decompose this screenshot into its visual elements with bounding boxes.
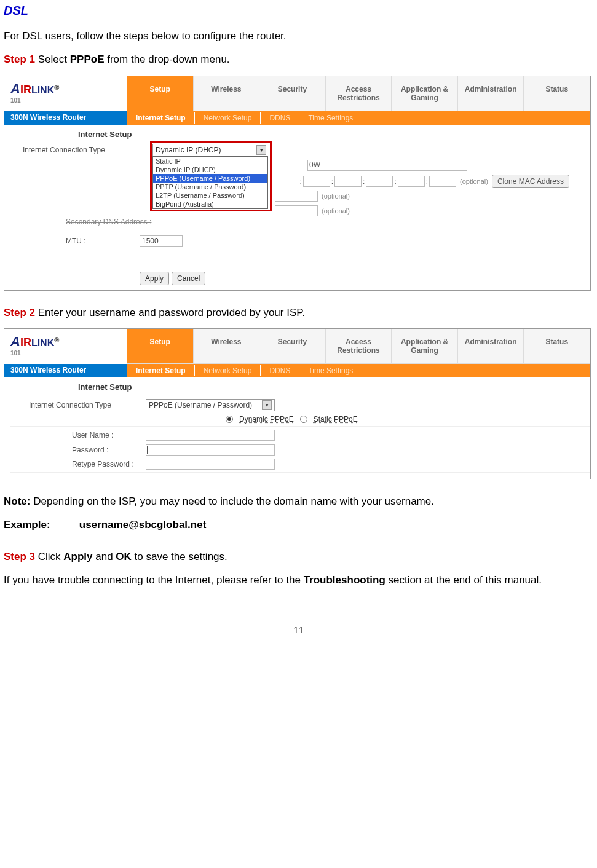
step1-text-a: Select	[35, 53, 70, 65]
page-number: 11	[4, 625, 593, 635]
step1-label: Step 1	[4, 53, 35, 65]
tab-admin[interactable]: Administration	[458, 329, 524, 363]
tab-wireless[interactable]: Wireless	[194, 76, 260, 111]
tab-access[interactable]: Access Restrictions	[326, 76, 392, 111]
tab-status[interactable]: Status	[524, 329, 590, 363]
opt-static[interactable]: Static IP	[153, 157, 267, 165]
opt-l2tp[interactable]: L2TP (Username / Password)	[153, 191, 267, 200]
password-input[interactable]: |	[146, 444, 275, 456]
step1-tail: from the drop-down menu.	[104, 53, 229, 65]
step3-apply: Apply	[63, 551, 92, 562]
example-label: Example:	[4, 519, 50, 531]
logo-a: A	[10, 81, 20, 97]
subnav-internet[interactable]: Internet Setup	[127, 365, 195, 376]
mac-seg[interactable]	[303, 176, 330, 187]
radio-static-label: Static PPPoE	[311, 415, 360, 424]
step1-line: Step 1 Select PPPoE from the drop-down m…	[4, 52, 593, 67]
logo-sub: 101	[10, 97, 121, 104]
subnav-network[interactable]: Network Setup	[195, 112, 261, 124]
step2-label: Step 2	[4, 307, 35, 318]
dns-seg[interactable]	[275, 205, 318, 216]
tab-wireless[interactable]: Wireless	[194, 329, 260, 363]
note-line: Note: Depending on the ISP, you may need…	[4, 494, 593, 509]
step2-text: Enter your username and password provide…	[35, 307, 305, 318]
username-input[interactable]	[146, 430, 275, 441]
step3-ok: OK	[116, 551, 132, 562]
screenshot-1: AIRLINK® 101 Setup Wireless Security Acc…	[4, 76, 591, 291]
step3-line: Step 3 Click Apply and OK to save the se…	[4, 550, 593, 564]
tab-access[interactable]: Access Restrictions	[326, 329, 392, 363]
subnav-time[interactable]: Time Settings	[299, 365, 362, 376]
retype-input[interactable]	[146, 459, 275, 470]
troubleshooting-word: Troubleshooting	[304, 574, 385, 586]
example-line: Example: username@sbcglobal.net	[4, 518, 593, 532]
radio-dynamic-pppoe[interactable]	[226, 416, 233, 423]
subnav-ddns[interactable]: DDNS	[261, 365, 299, 376]
dropdown-value: Dynamic IP (DHCP)	[156, 146, 221, 154]
mtu-label: MTU :	[4, 237, 140, 245]
subnav-internet[interactable]: Internet Setup	[127, 112, 195, 124]
chevron-down-icon[interactable]: ▾	[256, 145, 266, 155]
radio-static-pppoe[interactable]	[300, 416, 307, 423]
dns-seg[interactable]	[275, 191, 318, 202]
mtu-input[interactable]: 1500	[140, 235, 183, 247]
tab-appgaming[interactable]: Application & Gaming	[392, 76, 458, 111]
router-name: 300N Wireless Router	[4, 364, 127, 377]
conn-type-dropdown[interactable]: PPPoE (Username / Password) ▾	[146, 399, 275, 411]
optional-1: (optional)	[456, 178, 488, 185]
heading-dsl: DSL	[4, 4, 593, 18]
dropdown-list[interactable]: Static IP Dynamic IP (DHCP) PPPoE (Usern…	[152, 156, 268, 209]
username-label: User Name :	[10, 431, 146, 440]
note-text: Depending on the ISP, you may need to in…	[30, 495, 433, 507]
conn-type-label: Internet Connection Type	[4, 146, 140, 154]
subnav-network[interactable]: Network Setup	[195, 365, 261, 376]
trouble-line: If you have trouble connecting to the In…	[4, 573, 593, 588]
subnav-ddns[interactable]: DDNS	[261, 112, 299, 124]
opt-dhcp[interactable]: Dynamic IP (DHCP)	[153, 165, 267, 174]
dropdown-value: PPPoE (Username / Password)	[149, 401, 252, 409]
conn-type-dropdown[interactable]: Dynamic IP (DHCP) ▾	[152, 144, 269, 156]
password-label: Password :	[10, 446, 146, 454]
chevron-down-icon[interactable]: ▾	[262, 400, 272, 410]
router-name: 300N Wireless Router	[4, 111, 127, 125]
mac-seg[interactable]	[366, 176, 393, 187]
logo-ir: IR	[20, 84, 31, 96]
tab-setup[interactable]: Setup	[127, 76, 194, 111]
clone-mac-button[interactable]: Clone MAC Address	[492, 175, 569, 188]
apply-button[interactable]: Apply	[140, 272, 169, 285]
example-value: username@sbcglobal.net	[79, 519, 206, 531]
mac-seg[interactable]	[429, 176, 456, 187]
opt-pptp[interactable]: PPTP (Username / Password)	[153, 183, 267, 191]
step3-label: Step 3	[4, 551, 35, 562]
tab-status[interactable]: Status	[524, 76, 590, 111]
logo-link: LINK	[31, 85, 54, 95]
mac-seg[interactable]	[398, 176, 425, 187]
cancel-button[interactable]: Cancel	[172, 272, 205, 285]
tab-security[interactable]: Security	[259, 329, 326, 363]
logo: AIRLINK® 101	[4, 76, 127, 111]
tab-security[interactable]: Security	[259, 76, 326, 111]
mac-seg[interactable]	[334, 176, 362, 187]
intro-text: For DSL users, follow the steps below to…	[4, 29, 593, 44]
logo-reg: ®	[54, 84, 59, 91]
tab-appgaming[interactable]: Application & Gaming	[392, 329, 458, 363]
opt-pppoe[interactable]: PPPoE (Username / Password)	[153, 174, 267, 183]
step2-line: Step 2 Enter your username and password …	[4, 306, 593, 320]
optional-2: (optional)	[318, 192, 350, 200]
tab-setup[interactable]: Setup	[127, 329, 194, 363]
host-input[interactable]: 0W	[307, 160, 467, 171]
retype-label: Retype Password :	[10, 460, 146, 468]
step1-pppoe: PPPoE	[70, 53, 105, 65]
section-title: Internet Setup	[4, 125, 590, 143]
note-label: Note:	[4, 495, 30, 507]
secondary-dns-label: Secondary DNS Address :	[66, 218, 151, 226]
optional-3: (optional)	[318, 207, 350, 215]
subnav-time[interactable]: Time Settings	[299, 112, 362, 124]
screenshot-2: AIRLINK® 101 Setup Wireless Security Acc…	[4, 328, 591, 479]
conn-type-label: Internet Connection Type	[10, 401, 146, 409]
logo: AIRLINK® 101	[4, 329, 127, 364]
tab-admin[interactable]: Administration	[458, 76, 524, 111]
opt-bigpond[interactable]: BigPond (Australia)	[153, 200, 267, 208]
radio-dynamic-label: Dynamic PPPoE	[237, 415, 296, 424]
section-title: Internet Setup	[4, 377, 590, 395]
